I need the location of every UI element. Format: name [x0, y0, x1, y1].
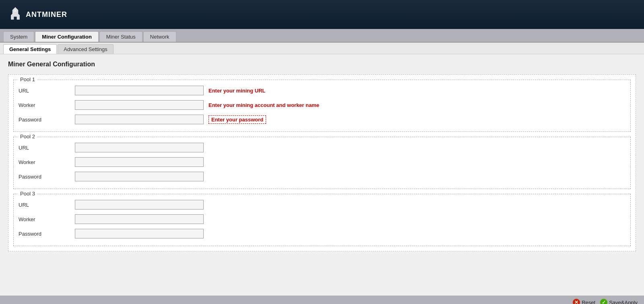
pool-3-worker-input[interactable]	[75, 214, 204, 224]
tab-system[interactable]: System	[3, 31, 34, 42]
save-apply-button[interactable]: ✓ Save&Apply	[600, 299, 638, 304]
save-apply-label: Save&Apply	[609, 300, 638, 304]
pool-1-password-row: Password Enter your password	[19, 112, 625, 127]
pool-1-password-label: Password	[19, 117, 75, 123]
pool-1-password-hint: Enter your password	[208, 115, 266, 124]
tab-network[interactable]: Network	[143, 31, 176, 42]
sub-tab-advanced-settings[interactable]: Advanced Settings	[58, 44, 113, 54]
pool-1-url-input[interactable]	[75, 86, 204, 95]
pool-2-password-row: Password	[19, 169, 625, 184]
pool-3-worker-label: Worker	[19, 216, 75, 222]
pool-1-group: Pool 1 URL Enter your mining URL Worker …	[13, 80, 631, 132]
reset-label: Reset	[582, 300, 595, 304]
pool-2-worker-row: Worker	[19, 155, 625, 169]
pool-2-url-input[interactable]	[75, 143, 204, 152]
pool-1-worker-label: Worker	[19, 102, 75, 108]
save-icon: ✓	[600, 299, 607, 304]
pool-2-url-label: URL	[19, 145, 75, 151]
main-content: Miner General Configuration Pool 1 URL E…	[0, 54, 644, 296]
pool-3-worker-row: Worker	[19, 212, 625, 226]
pool-2-password-input[interactable]	[75, 172, 204, 181]
pool-1-worker-row: Worker Enter your mining account and wor…	[19, 98, 625, 112]
brand-ant: ANT	[26, 10, 42, 19]
tab-miner-configuration[interactable]: Miner Configuration	[35, 31, 99, 42]
pool-3-group: Pool 3 URL Worker Password	[13, 194, 631, 246]
footer-bar: ✕ Reset ✓ Save&Apply	[0, 296, 644, 304]
logo: ANTMINER	[8, 6, 67, 23]
pool-2-url-row: URL	[19, 140, 625, 155]
reset-icon: ✕	[573, 299, 580, 304]
pool-2-group: Pool 2 URL Worker Password	[13, 137, 631, 189]
sub-tab-general-settings[interactable]: General Settings	[3, 44, 57, 54]
pool-3-url-input[interactable]	[75, 200, 204, 210]
pool-1-url-hint: Enter your mining URL	[208, 88, 266, 94]
pool-1-url-row: URL Enter your mining URL	[19, 83, 625, 98]
sub-nav-bar: General Settings Advanced Settings	[0, 43, 644, 54]
pool-1-password-input[interactable]	[75, 115, 204, 124]
pool-2-worker-label: Worker	[19, 159, 75, 165]
pools-container: Pool 1 URL Enter your mining URL Worker …	[8, 74, 636, 251]
pool-1-worker-input[interactable]	[75, 100, 204, 110]
pool-3-password-input[interactable]	[75, 229, 204, 238]
nav-bar: System Miner Configuration Miner Status …	[0, 29, 644, 43]
brand-miner: MINER	[42, 10, 67, 19]
page-title: Miner General Configuration	[8, 61, 636, 68]
pool-1-legend: Pool 1	[18, 76, 37, 82]
tab-miner-status[interactable]: Miner Status	[99, 31, 142, 42]
pool-1-worker-hint: Enter your mining account and worker nam…	[208, 102, 319, 108]
pool-2-password-label: Password	[19, 174, 75, 180]
pool-2-worker-input[interactable]	[75, 157, 204, 167]
pool-3-url-label: URL	[19, 202, 75, 208]
antminer-logo-icon	[8, 6, 23, 23]
reset-button[interactable]: ✕ Reset	[573, 299, 595, 304]
pool-3-url-row: URL	[19, 197, 625, 212]
pool-3-password-label: Password	[19, 231, 75, 237]
pool-3-legend: Pool 3	[18, 191, 37, 197]
header: ANTMINER	[0, 0, 644, 29]
pool-3-password-row: Password	[19, 226, 625, 241]
pool-1-url-label: URL	[19, 88, 75, 94]
pool-2-legend: Pool 2	[18, 134, 37, 140]
